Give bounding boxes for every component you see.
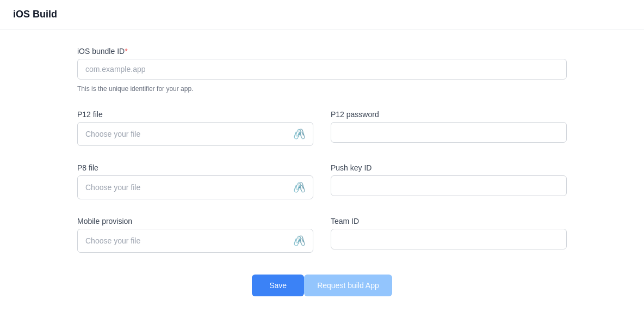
bundle-id-hint: This is the unique identifier for your a… (77, 85, 567, 93)
bundle-id-label: iOS bundle ID* (77, 47, 567, 56)
p8-file-group: P8 file Choose your file 🖇️ (77, 163, 313, 199)
main-content: iOS bundle ID* This is the unique identi… (0, 29, 644, 314)
bundle-id-group: iOS bundle ID* This is the unique identi… (77, 47, 567, 93)
required-indicator: * (125, 47, 127, 56)
p12-password-group: P12 password (331, 110, 567, 146)
bundle-id-input[interactable] (77, 59, 567, 80)
p8-file-label: P8 file (77, 163, 313, 172)
p12-row: P12 file Choose your file 🖇️ P12 passwor… (77, 110, 567, 146)
team-id-label: Team ID (331, 217, 567, 226)
push-key-id-input[interactable] (331, 175, 567, 196)
mobile-provision-group: Mobile provision Choose your file 🖇️ (77, 217, 313, 253)
p8-file-input-wrapper[interactable]: Choose your file 🖇️ (77, 175, 313, 199)
p12-file-input-wrapper[interactable]: Choose your file 🖇️ (77, 122, 313, 146)
request-build-button[interactable]: Request build App (304, 275, 392, 296)
mobile-provision-input-wrapper[interactable]: Choose your file 🖇️ (77, 229, 313, 253)
page-title: iOS Build (13, 9, 631, 20)
team-id-input[interactable] (331, 229, 567, 249)
footer-actions: Save Request build App (252, 275, 392, 296)
p12-file-group: P12 file Choose your file 🖇️ (77, 110, 313, 146)
provision-row: Mobile provision Choose your file 🖇️ Tea… (77, 217, 567, 253)
page-header: iOS Build (0, 0, 644, 29)
p12-file-label: P12 file (77, 110, 313, 119)
p12-password-input[interactable] (331, 122, 567, 143)
push-key-id-label: Push key ID (331, 163, 567, 172)
mobile-provision-label: Mobile provision (77, 217, 313, 226)
p12-password-label: P12 password (331, 110, 567, 119)
save-button[interactable]: Save (252, 275, 304, 296)
push-key-id-group: Push key ID (331, 163, 567, 199)
p8-row: P8 file Choose your file 🖇️ Push key ID (77, 163, 567, 199)
team-id-group: Team ID (331, 217, 567, 253)
form-section: iOS bundle ID* This is the unique identi… (77, 47, 567, 296)
